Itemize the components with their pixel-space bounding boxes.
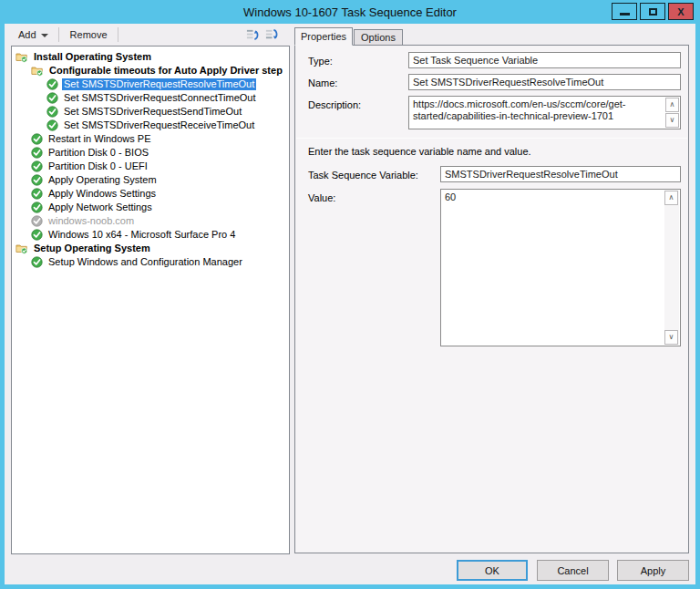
- step-status-icon: [46, 119, 58, 131]
- chevron-down-icon: [41, 34, 48, 37]
- add-button[interactable]: Add: [11, 26, 55, 43]
- scroll-down-icon[interactable]: ∨: [665, 113, 679, 128]
- step-status-icon: [46, 106, 58, 118]
- task-sequence-editor-window: Windows 10-1607 Task Sequence Editor Add…: [0, 0, 700, 589]
- remove-button[interactable]: Remove: [63, 26, 114, 43]
- type-label: Type:: [308, 56, 333, 67]
- variable-field[interactable]: [440, 166, 681, 182]
- value-text: 60: [445, 191, 664, 344]
- type-field: [408, 52, 681, 68]
- tab-properties[interactable]: Properties: [294, 27, 353, 46]
- value-scrollbar[interactable]: ∧ ∨: [664, 191, 679, 345]
- minimize-icon: [620, 13, 630, 16]
- name-label: Name:: [308, 78, 337, 88]
- tree-item-label: Partition Disk 0 - UEFI: [46, 160, 149, 172]
- tree-item-label: Windows 10 x64 - Microsoft Surface Pro 4: [46, 229, 237, 241]
- description-field[interactable]: https://docs.microsoft.com/en-us/sccm/co…: [408, 96, 681, 129]
- tree-item[interactable]: Set SMSTSDriverRequestResolveTimeOut: [12, 78, 289, 91]
- task-sequence-tree[interactable]: Install Operating SystemConfigurable tim…: [11, 46, 290, 554]
- window-title: Windows 10-1607 Task Sequence Editor: [243, 5, 457, 19]
- tab-options-label: Options: [361, 32, 396, 43]
- tree-item[interactable]: Configurable timeouts for Auto Apply Dri…: [12, 64, 289, 78]
- tree-item[interactable]: Partition Disk 0 - UEFI: [12, 160, 289, 173]
- close-icon: [677, 5, 684, 18]
- tree-item[interactable]: Restart in Windows PE: [12, 132, 289, 146]
- tree-item[interactable]: Setup Operating System: [12, 242, 289, 255]
- step-status-icon: [31, 174, 43, 186]
- tree-item-label: Set SMSTSDriverRequestSendTimeOut: [62, 106, 243, 118]
- tab-options[interactable]: Options: [354, 29, 403, 46]
- scroll-up-icon[interactable]: ∧: [665, 98, 679, 112]
- toolbar-separator: [58, 27, 59, 42]
- step-status-icon: [46, 78, 58, 90]
- ok-button[interactable]: OK: [457, 560, 528, 581]
- close-button[interactable]: [668, 3, 694, 20]
- add-button-label: Add: [18, 29, 36, 40]
- move-item-up-icon[interactable]: [246, 28, 260, 42]
- client-area: Add Remove: [5, 24, 695, 584]
- apply-button[interactable]: Apply: [617, 560, 689, 581]
- step-status-icon: [31, 215, 43, 227]
- minimize-button[interactable]: [612, 3, 637, 20]
- tree-item-label: Configurable timeouts for Auto Apply Dri…: [47, 65, 284, 77]
- tree-item-label: Apply Operating System: [46, 174, 159, 186]
- tree-item[interactable]: Apply Operating System: [12, 173, 289, 187]
- step-status-icon: [31, 133, 43, 145]
- description-text: https://docs.microsoft.com/en-us/sccm/co…: [413, 98, 664, 127]
- move-item-down-icon[interactable]: [265, 28, 279, 42]
- tree-item-label: Restart in Windows PE: [46, 133, 152, 145]
- tree-item[interactable]: Apply Windows Settings: [12, 187, 289, 201]
- tree-item-label: Apply Network Settings: [46, 202, 154, 213]
- value-field[interactable]: 60 ∧ ∨: [440, 189, 681, 346]
- tree-item[interactable]: Setup Windows and Configuration Manager: [12, 255, 289, 269]
- instruction-text: Enter the task sequence variable name an…: [308, 146, 531, 157]
- tree-item-label: windows-noob.com: [46, 215, 136, 227]
- maximize-icon: [649, 8, 657, 16]
- ok-button-label: OK: [485, 565, 499, 576]
- description-label: Description:: [308, 99, 361, 110]
- remove-button-label: Remove: [70, 29, 108, 40]
- maximize-button[interactable]: [640, 3, 665, 20]
- cancel-button[interactable]: Cancel: [537, 560, 609, 581]
- group-folder-icon: [15, 51, 28, 63]
- tree-item[interactable]: Set SMSTSDriverRequestReceiveTimeOut: [12, 119, 289, 132]
- tree-item[interactable]: windows-noob.com: [12, 214, 289, 228]
- tree-item-label: Setup Windows and Configuration Manager: [46, 256, 244, 268]
- tree-item-label: Set SMSTSDriverRequestResolveTimeOut: [62, 78, 256, 90]
- value-label: Value:: [308, 192, 335, 203]
- tree-item-label: Set SMSTSDriverRequestReceiveTimeOut: [62, 119, 256, 131]
- properties-panel: Type: Name: Description: https://docs.mi…: [294, 45, 689, 553]
- tree-item-label: Set SMSTSDriverRequestConnectTimeOut: [62, 92, 258, 104]
- tree-toolbar: Add Remove: [11, 25, 290, 45]
- scroll-down-icon[interactable]: ∨: [664, 330, 678, 345]
- cancel-button-label: Cancel: [557, 565, 588, 576]
- step-status-icon: [31, 188, 43, 200]
- reorder-buttons: [246, 28, 290, 42]
- section-divider: [296, 138, 687, 139]
- toolbar-separator: [118, 27, 118, 42]
- step-status-icon: [31, 147, 43, 159]
- step-status-icon: [31, 229, 43, 241]
- tree-item[interactable]: Apply Network Settings: [12, 201, 289, 214]
- scroll-up-icon[interactable]: ∧: [664, 191, 678, 205]
- name-field[interactable]: [408, 74, 681, 90]
- tree-item[interactable]: Install Operating System: [12, 50, 289, 64]
- tree-item[interactable]: Windows 10 x64 - Microsoft Surface Pro 4: [12, 228, 289, 242]
- apply-button-label: Apply: [641, 565, 666, 576]
- step-status-icon: [31, 256, 43, 268]
- tab-properties-label: Properties: [301, 31, 346, 42]
- description-scrollbar: ∧ ∨: [665, 98, 679, 128]
- step-status-icon: [46, 92, 58, 104]
- tree-item-label: Install Operating System: [32, 51, 153, 63]
- group-folder-icon: [15, 243, 28, 254]
- step-status-icon: [31, 202, 43, 213]
- tree-item[interactable]: Partition Disk 0 - BIOS: [12, 146, 289, 160]
- variable-label: Task Sequence Variable:: [308, 170, 418, 181]
- group-folder-icon: [31, 65, 44, 77]
- tree-item-label: Apply Windows Settings: [46, 188, 158, 200]
- titlebar[interactable]: Windows 10-1607 Task Sequence Editor: [0, 0, 700, 24]
- tree-item[interactable]: Set SMSTSDriverRequestConnectTimeOut: [12, 91, 289, 105]
- step-status-icon: [31, 160, 43, 172]
- tree-item-label: Partition Disk 0 - BIOS: [46, 147, 150, 159]
- tree-item[interactable]: Set SMSTSDriverRequestSendTimeOut: [12, 105, 289, 119]
